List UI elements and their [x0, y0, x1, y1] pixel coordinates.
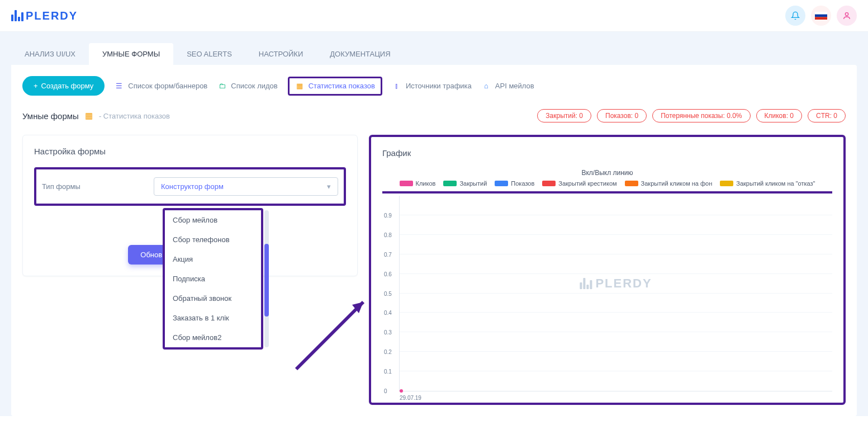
flag-ru-icon	[815, 12, 827, 20]
grid-line	[400, 273, 832, 274]
svg-rect-2	[815, 17, 827, 20]
chart-panel: График Вкл/Выкл линию Кликов Закрытий По…	[369, 135, 846, 405]
profile-button[interactable]	[837, 6, 857, 26]
grid-line	[400, 312, 832, 313]
svg-rect-0	[815, 12, 827, 15]
pill-ctr: CTR: 0	[808, 109, 846, 122]
chart-area: Вкл/Выкл линию Кликов Закрытий Показов З…	[382, 169, 832, 391]
notifications-button[interactable]	[785, 6, 805, 26]
link-leads-list-label: Список лидов	[231, 82, 277, 90]
form-type-select[interactable]: Конструктор форм ▾	[154, 177, 338, 196]
chart-title: График	[382, 148, 832, 158]
tab-settings[interactable]: НАСТРОЙКИ	[245, 43, 316, 65]
swatch-icon	[400, 181, 413, 186]
user-icon	[842, 11, 851, 20]
form-type-row: Тип формы Конструктор форм ▾	[34, 167, 346, 206]
tab-analysis[interactable]: АНАЛИЗ UI/UX	[11, 43, 89, 65]
pill-shows: Показов: 0	[597, 109, 647, 122]
form-settings-panel: Настройка формы Тип формы Конструктор фо…	[22, 135, 358, 276]
grid-icon: ▦	[295, 82, 304, 91]
pill-lost: Потерянные показы: 0.0%	[652, 109, 750, 122]
swatch-icon	[495, 181, 508, 186]
legend-title: Вкл/Выкл линию	[382, 169, 832, 177]
legend-reject-close[interactable]: Закрытий кликом на "отказ"	[720, 180, 815, 187]
create-form-label: Создать форму	[41, 82, 94, 90]
link-forms-list-label: Список форм/баннеров	[128, 82, 207, 90]
dropdown-scrollbar-thumb[interactable]	[264, 244, 269, 317]
link-statistics[interactable]: ▦ Статистика показов	[288, 77, 382, 96]
grid-line	[400, 351, 832, 352]
pill-clicks: Кликов: 0	[756, 109, 802, 122]
option-phone[interactable]: Сбор телефонов	[165, 230, 261, 249]
create-form-button[interactable]: + Создать форму	[22, 76, 105, 96]
form-settings-title: Настройка формы	[34, 147, 346, 156]
option-mail[interactable]: Сбор мейлов	[165, 210, 261, 230]
list-icon: ☰	[115, 82, 124, 91]
link-traffic-label: Источники трафика	[406, 82, 472, 90]
breadcrumb-sub: - Статистика показов	[99, 112, 170, 120]
link-forms-list[interactable]: ☰ Список форм/баннеров	[115, 82, 207, 91]
y-tick: 0.4	[384, 310, 392, 316]
grid-icon: ▦	[84, 111, 93, 120]
form-type-label: Тип формы	[42, 182, 143, 191]
breadcrumb: Умные формы ▦ - Статистика показов	[22, 111, 170, 121]
breadcrumb-row: Умные формы ▦ - Статистика показов Закры…	[22, 102, 846, 129]
tab-seo-alerts[interactable]: SEO ALERTS	[173, 43, 245, 65]
language-button[interactable]	[811, 6, 831, 26]
link-leads-list[interactable]: 🗀 Список лидов	[217, 82, 277, 91]
y-tick: 0.1	[384, 369, 392, 375]
pill-closed: Закрытий: 0	[537, 109, 591, 122]
link-api-mail[interactable]: ⌂ API мейлов	[482, 82, 534, 91]
link-traffic-sources[interactable]: ⫿ Источники трафика	[392, 82, 472, 91]
stats-pills: Закрытий: 0 Показов: 0 Потерянные показы…	[537, 109, 846, 122]
legend-x-close[interactable]: Закрытий крестиком	[542, 180, 616, 187]
y-tick: 0.5	[384, 290, 392, 296]
grid-line	[400, 254, 832, 254]
y-tick: 0.8	[384, 232, 392, 238]
bell-icon	[791, 11, 800, 20]
x-tick-0: 29.07.19	[400, 395, 421, 401]
home-icon: ⌂	[482, 82, 491, 91]
grid-line	[400, 332, 832, 332]
brand-logo[interactable]: PLERDY	[11, 10, 78, 22]
y-tick: 0.7	[384, 251, 392, 257]
y-tick: 0.6	[384, 271, 392, 277]
option-oneclick[interactable]: Заказать в 1 клік	[165, 308, 261, 328]
y-tick: 0	[384, 388, 387, 394]
swatch-icon	[625, 181, 638, 186]
form-type-dropdown: Сбор мейлов Сбор телефонов Акция Подписк…	[163, 208, 263, 350]
svg-point-3	[845, 13, 848, 16]
form-type-selected: Конструктор форм	[161, 182, 224, 191]
option-subscribe[interactable]: Подписка	[165, 269, 261, 289]
legend-closed[interactable]: Закрытий	[443, 180, 487, 187]
swatch-icon	[542, 181, 556, 186]
page-title: Умные формы	[22, 111, 79, 121]
option-promo[interactable]: Акция	[165, 249, 261, 269]
y-tick: 0.3	[384, 329, 392, 336]
option-callback[interactable]: Обратный звонок	[165, 289, 261, 308]
plus-icon: +	[34, 82, 38, 90]
legend-clicks[interactable]: Кликов	[400, 180, 436, 187]
grid-line	[400, 371, 832, 371]
grid-line	[400, 215, 832, 215]
link-api-mail-label: API мейлов	[495, 82, 534, 90]
main-panel: + Создать форму ☰ Список форм/баннеров 🗀…	[11, 65, 857, 416]
brand-text: PLERDY	[26, 10, 78, 22]
two-columns: Настройка формы Тип формы Конструктор фо…	[22, 135, 846, 405]
swatch-icon	[720, 181, 733, 186]
app-header: PLERDY	[0, 0, 868, 32]
legend-shows[interactable]: Показов	[495, 180, 534, 187]
option-mail2[interactable]: Сбор мейлов2	[165, 328, 261, 347]
header-actions	[785, 6, 857, 26]
tab-docs[interactable]: ДОКУМЕНТАЦИЯ	[316, 43, 404, 65]
chevron-down-icon: ▾	[327, 182, 331, 191]
legend-bg-close[interactable]: Закрытий кликом на фон	[625, 180, 713, 187]
chart-data-point	[400, 389, 403, 393]
y-tick: 0.2	[384, 349, 392, 355]
logo-bars-icon	[580, 278, 592, 289]
link-statistics-label: Статистика показов	[309, 82, 375, 90]
grid-line	[400, 293, 832, 294]
tab-smart-forms[interactable]: УМНЫЕ ФОРМЫ	[89, 43, 173, 65]
folder-icon: 🗀	[217, 82, 226, 91]
chart-legend: Кликов Закрытий Показов Закрытий крестик…	[382, 180, 832, 187]
